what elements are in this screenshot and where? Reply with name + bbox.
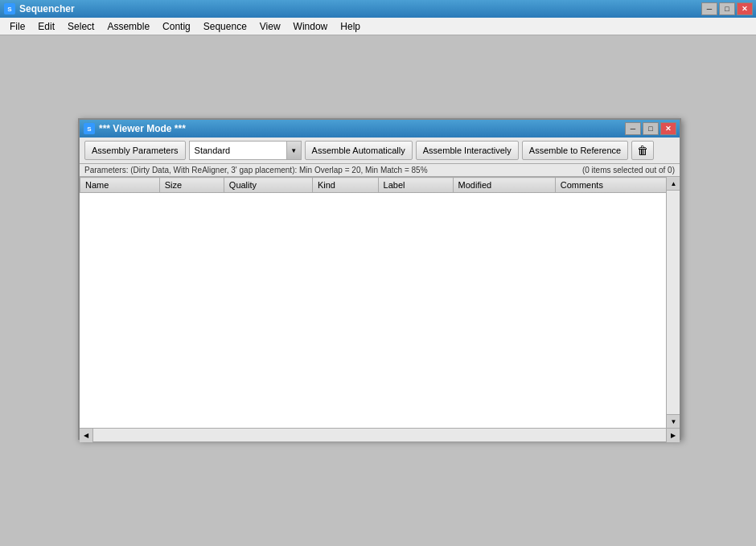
inner-close-button[interactable]: ✕ xyxy=(660,122,676,135)
assemble-interactively-button[interactable]: Assemble Interactively xyxy=(416,141,519,160)
inner-maximize-button[interactable]: □ xyxy=(643,122,659,135)
main-content: S *** Viewer Mode *** ─ □ ✕ Assembly Par… xyxy=(0,35,756,546)
col-label: Label xyxy=(378,178,453,193)
inner-icon-shape: S xyxy=(84,123,95,134)
menu-view[interactable]: View xyxy=(253,19,287,34)
table-scroll-area: Name Size Quality Kind Label Modified Co… xyxy=(80,177,680,428)
trash-icon: 🗑 xyxy=(637,144,648,157)
scroll-down-button[interactable]: ▼ xyxy=(667,414,680,428)
table-area: Name Size Quality Kind Label Modified Co… xyxy=(80,177,680,441)
col-name: Name xyxy=(80,178,160,193)
maximize-button[interactable]: □ xyxy=(719,2,735,15)
col-size: Size xyxy=(159,178,224,193)
selection-count: (0 items selected out of 0) xyxy=(582,166,675,174)
scroll-content: Name Size Quality Kind Label Modified Co… xyxy=(80,177,680,428)
menu-sequence[interactable]: Sequence xyxy=(197,19,253,34)
toolbar: Assembly Parameters Standard ▼ Assemble … xyxy=(80,138,680,164)
app-icon-shape: S xyxy=(4,3,15,14)
scroll-track-horizontal[interactable] xyxy=(93,429,666,441)
vertical-scrollbar[interactable]: ▲ ▼ xyxy=(666,177,680,428)
delete-button[interactable]: 🗑 xyxy=(631,141,654,160)
col-quality: Quality xyxy=(224,178,312,193)
scroll-right-button[interactable]: ▶ xyxy=(666,429,680,442)
minimize-button[interactable]: ─ xyxy=(701,2,717,15)
data-table: Name Size Quality Kind Label Modified Co… xyxy=(80,177,680,193)
main-titlebar: S Sequencher ─ □ ✕ xyxy=(0,0,756,18)
titlebar-buttons: ─ □ ✕ xyxy=(701,2,753,15)
inner-titlebar-buttons: ─ □ ✕ xyxy=(625,122,676,135)
menu-select[interactable]: Select xyxy=(61,19,101,34)
assemble-to-reference-button[interactable]: Assemble to Reference xyxy=(522,141,628,160)
inner-window-title: *** Viewer Mode *** xyxy=(99,123,625,134)
params-text: Parameters: (Dirty Data, With ReAligner,… xyxy=(84,166,428,174)
scroll-up-button[interactable]: ▲ xyxy=(667,177,680,191)
menubar: File Edit Select Assemble Contig Sequenc… xyxy=(0,18,756,35)
assemble-automatically-button[interactable]: Assemble Automatically xyxy=(305,141,413,160)
app-icon: S xyxy=(3,2,16,15)
menu-edit[interactable]: Edit xyxy=(31,19,61,34)
scroll-left-button[interactable]: ◀ xyxy=(80,429,93,442)
col-modified: Modified xyxy=(453,178,555,193)
menu-contig[interactable]: Contig xyxy=(156,19,197,34)
dropdown-arrow-icon[interactable]: ▼ xyxy=(286,142,301,159)
assembly-parameters-button[interactable]: Assembly Parameters xyxy=(84,141,186,160)
app-title: Sequencher xyxy=(19,3,701,14)
menu-assemble[interactable]: Assemble xyxy=(101,19,156,34)
inner-window-icon: S xyxy=(83,122,96,135)
window-body: Assembly Parameters Standard ▼ Assemble … xyxy=(80,138,680,441)
dropdown-value: Standard xyxy=(190,144,286,157)
inner-minimize-button[interactable]: ─ xyxy=(625,122,641,135)
table-header-row: Name Size Quality Kind Label Modified Co… xyxy=(80,178,680,193)
inner-window: S *** Viewer Mode *** ─ □ ✕ Assembly Par… xyxy=(78,118,681,440)
assembly-type-dropdown[interactable]: Standard ▼ xyxy=(189,141,302,160)
col-comments: Comments xyxy=(555,178,679,193)
params-bar: Parameters: (Dirty Data, With ReAligner,… xyxy=(80,164,680,177)
menu-file[interactable]: File xyxy=(3,19,31,34)
inner-titlebar: S *** Viewer Mode *** ─ □ ✕ xyxy=(80,120,680,138)
horizontal-scrollbar[interactable]: ◀ ▶ xyxy=(80,428,680,441)
scroll-track-vertical[interactable] xyxy=(667,191,680,414)
menu-window[interactable]: Window xyxy=(287,19,335,34)
close-button[interactable]: ✕ xyxy=(737,2,753,15)
col-kind: Kind xyxy=(312,178,378,193)
menu-help[interactable]: Help xyxy=(334,19,367,34)
